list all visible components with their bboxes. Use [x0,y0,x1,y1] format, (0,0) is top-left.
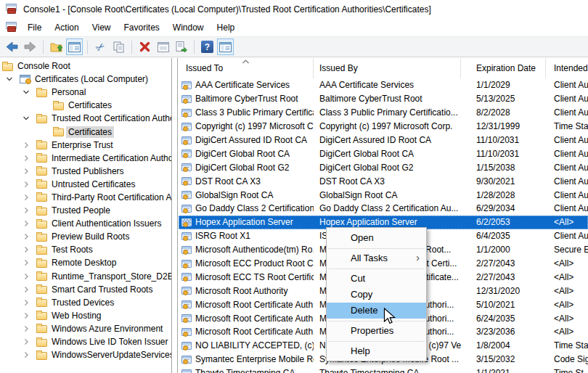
pane-splitter[interactable] [177,58,178,373]
tree-item[interactable]: Certificates (Local Computer) [0,73,171,86]
intended-purposes-cell: <All> [546,284,588,298]
tree-expander-collapsed-icon[interactable] [23,207,36,214]
tree-item[interactable]: Trusted Root Certification Authorities [0,112,171,125]
tree-item[interactable]: Console Root [0,60,171,73]
menu-bar: FileActionViewFavoritesWindowHelp [0,19,588,36]
tree-item[interactable]: Untrusted Certificates [0,178,171,191]
tree-item[interactable]: Trusted Publishers [0,165,171,178]
menu-separator [328,269,425,269]
menu-window[interactable]: Window [166,20,211,35]
tree-item[interactable]: Remote Desktop [0,256,171,269]
tree-item[interactable]: Windows Live ID Token Issuer [0,335,171,348]
tree-item[interactable]: Personal [0,86,171,99]
tree-expander-collapsed-icon[interactable] [23,194,36,201]
show-hide-action-pane-button[interactable] [217,38,234,55]
issued-by-cell: DigiCert Global Root G2 [314,160,461,174]
tree-expander-collapsed-icon[interactable] [23,299,36,306]
tree-expander-collapsed-icon[interactable] [23,259,36,266]
tree-expander-collapsed-icon[interactable] [23,220,36,227]
context-menu-item-delete[interactable]: Delete [327,303,426,319]
cut-button[interactable]: ✂ [92,38,109,55]
help-button[interactable]: ? [199,38,216,55]
certificate-row[interactable]: Thawte Timestamping CA Thawte Timestampi… [179,366,588,373]
issued-to-cell: GlobalSign Root CA [195,190,273,200]
back-button[interactable] [4,38,20,55]
forward-button[interactable] [22,38,38,55]
certificate-row[interactable]: Baltimore CyberTrust Root Baltimore Cybe… [179,92,588,106]
tree-item[interactable]: Windows Azure Environment [0,322,171,335]
tree-item[interactable]: Trusted People [0,204,171,217]
tree-expander-collapsed-icon[interactable] [23,142,36,149]
column-header-expiration-date[interactable]: Expiration Date [461,58,546,78]
tree-expander-collapsed-icon[interactable] [23,286,36,293]
tree-expander-collapsed-icon[interactable] [23,273,36,280]
certificate-row[interactable]: DST Root CA X3 DST Root CA X3 9/30/2021 … [179,174,588,188]
context-menu-item-open[interactable]: Open [327,230,426,246]
issued-by-cell: AAA Certificate Services [314,78,461,92]
certificate-row[interactable]: Copyright (c) 1997 Microsoft C... Copyri… [179,120,588,134]
certificate-row[interactable]: AAA Certificate Services AAA Certificate… [179,78,588,92]
issued-to-cell: Class 3 Public Primary Certificat... [195,107,314,118]
context-menu-item-all-tasks[interactable]: All Tasks› [327,250,426,266]
child-window-icon[interactable] [5,22,18,33]
certificate-row[interactable]: DigiCert Global Root G2 DigiCert Global … [179,160,588,174]
certificate-row[interactable]: DigiCert Global Root CA DigiCert Global … [179,147,588,160]
tree-item-label: Trusted Root Certification Authorities [49,112,171,124]
tree-expander-collapsed-icon[interactable] [23,338,36,345]
context-menu-item-properties[interactable]: Properties [327,323,426,339]
context-menu-item-copy[interactable]: Copy [327,287,426,303]
column-header-issued-by[interactable]: Issued By [314,58,461,78]
folder-icon [36,192,49,202]
tree-item[interactable]: WindowsServerUpdateServices [0,348,171,361]
tree-expander-collapsed-icon[interactable] [23,233,36,240]
expiration-date-cell: 1/1/2029 [461,78,546,92]
tree-item[interactable]: Certificates [0,99,171,112]
properties-button[interactable] [155,38,171,55]
export-list-button[interactable] [173,38,189,55]
folder-icon [36,153,49,163]
column-header-issued-to[interactable]: Issued To [179,58,314,78]
tree-expander-collapsed-icon[interactable] [23,181,36,188]
tree-expander-expanded-icon[interactable] [23,115,36,122]
tree-expander-collapsed-icon[interactable] [23,168,36,175]
tree-expander-collapsed-icon[interactable] [23,351,36,358]
tree-item[interactable]: Web Hosting [0,309,171,322]
context-menu-item-cut[interactable]: Cut [327,271,426,287]
menu-help[interactable]: Help [211,20,242,35]
certificate-row[interactable]: Go Daddy Class 2 Certification ... Go Da… [179,202,588,216]
tree-item-label: Trusted People [49,205,113,216]
tree-item[interactable]: Enterprise Trust [0,139,171,152]
tree-item[interactable]: Certificates [0,125,171,138]
tree-item[interactable]: Preview Build Roots [0,230,171,243]
tree-expander-collapsed-icon[interactable] [23,325,36,332]
menu-file[interactable]: File [21,20,48,35]
tree-item[interactable]: Client Authentication Issuers [0,217,171,230]
certificate-row[interactable]: Class 3 Public Primary Certificat... Cla… [179,106,588,120]
tree-expander-expanded-icon[interactable] [23,89,36,96]
tree-item[interactable]: Test Roots [0,243,171,256]
menu-view[interactable]: View [86,20,118,35]
delete-button[interactable] [136,38,153,55]
column-header-intended-purposes[interactable]: Intended Purposes [546,58,588,78]
copy-button[interactable] [110,38,127,55]
tree-item[interactable]: Intermediate Certification Authorities [0,152,171,165]
issued-by-cell: Baltimore CyberTrust Root [314,92,461,106]
show-hide-console-tree-button[interactable] [66,38,83,55]
certificate-row[interactable]: DigiCert Assured ID Root CA DigiCert Ass… [179,134,588,147]
tree-item-label: Windows Azure Environment [49,323,165,335]
tree-item[interactable]: Smart Card Trusted Roots [0,283,171,296]
tree-expander-collapsed-icon[interactable] [23,246,36,253]
up-one-level-button[interactable] [48,38,65,55]
issued-to-cell: Symantec Enterprise Mobile Ro... [195,354,314,364]
tree-expander-collapsed-icon[interactable] [23,155,36,162]
certificate-row[interactable]: GlobalSign Root CA GlobalSign Root CA 1/… [179,188,588,202]
tree-expander-collapsed-icon[interactable] [23,312,36,319]
tree-item[interactable]: Trusted Devices [0,296,171,309]
issued-to-cell: AAA Certificate Services [195,80,290,90]
tree-item[interactable]: Third-Party Root Certification Authoriti… [0,191,171,204]
context-menu-item-help[interactable]: Help [327,343,426,359]
menu-favorites[interactable]: Favorites [118,20,166,35]
tree-item[interactable]: Runtime_Transport_Store_D2E6823... [0,270,171,283]
tree-expander-expanded-icon[interactable] [6,75,20,83]
menu-action[interactable]: Action [48,20,85,35]
